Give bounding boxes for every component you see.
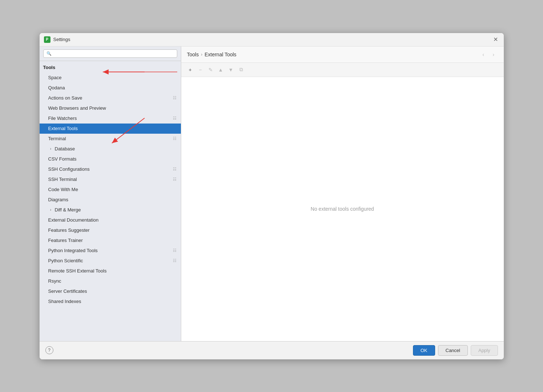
- sidebar-item-diff-merge[interactable]: ›Diff & Merge: [40, 205, 181, 215]
- toolbar-copy-button: ⧉: [236, 65, 246, 74]
- search-box: 🔍: [40, 47, 181, 61]
- settings-icon-python-scientific: ☷: [173, 258, 177, 263]
- sidebar-label-features-trainer: Features Trainer: [48, 238, 83, 243]
- toolbar-move-down-button: ▼: [226, 65, 236, 74]
- settings-icon-ssh-configurations: ☷: [173, 167, 177, 171]
- sidebar-label-ssh-terminal: SSH Terminal: [48, 177, 77, 182]
- nav-back-button[interactable]: ‹: [479, 50, 488, 59]
- sidebar-item-server-certificates[interactable]: Server Certificates: [40, 286, 181, 296]
- settings-icon-terminal: ☷: [173, 136, 177, 141]
- search-input[interactable]: 🔍: [43, 49, 177, 58]
- sidebar-item-shared-indexes[interactable]: Shared Indexes: [40, 296, 181, 307]
- sidebar-label-remote-ssh-external-tools: Remote SSH External Tools: [48, 268, 107, 274]
- toolbar-move-up-button: ▲: [216, 65, 226, 74]
- sidebar-item-qodana[interactable]: Qodana: [40, 83, 181, 93]
- breadcrumb: Tools › External Tools: [187, 52, 236, 57]
- sidebar-label-shared-indexes: Shared Indexes: [48, 299, 81, 304]
- sidebar-label-tools-header: Tools: [43, 65, 56, 70]
- ok-button[interactable]: OK: [413, 345, 435, 356]
- sidebar-label-python-integrated-tools: Python Integrated Tools: [48, 248, 98, 253]
- sidebar-label-file-watchers: File Watchers: [48, 116, 77, 121]
- expand-icon-database: ›: [48, 146, 53, 151]
- sidebar-label-server-certificates: Server Certificates: [48, 288, 87, 294]
- settings-icon-file-watchers: ☷: [173, 116, 177, 121]
- breadcrumb-current: External Tools: [204, 52, 236, 57]
- close-button[interactable]: ✕: [492, 36, 499, 43]
- apply-button[interactable]: Apply: [471, 345, 498, 356]
- cancel-button[interactable]: Cancel: [438, 345, 468, 356]
- sidebar-label-rsync: Rsync: [48, 278, 61, 284]
- sidebar-label-features-suggester: Features Suggester: [48, 227, 90, 233]
- toolbar-edit-button: ✎: [206, 65, 215, 74]
- toolbar-add-button[interactable]: +: [186, 65, 195, 74]
- sidebar-item-tools-header: Tools: [40, 62, 181, 73]
- sidebar-item-remote-ssh-external-tools[interactable]: Remote SSH External Tools: [40, 266, 181, 276]
- sidebar-item-actions-on-save[interactable]: Actions on Save☷: [40, 93, 181, 103]
- empty-message: No external tools configured: [311, 206, 374, 212]
- sidebar-item-diagrams[interactable]: Diagrams: [40, 195, 181, 205]
- breadcrumb-root: Tools: [187, 52, 199, 57]
- sidebar-label-web-browsers: Web Browsers and Preview: [48, 105, 106, 111]
- settings-icon-actions-on-save: ☷: [173, 96, 177, 100]
- sidebar-label-ssh-configurations: SSH Configurations: [48, 166, 90, 172]
- toolbar-remove-button: −: [196, 65, 205, 74]
- sidebar-label-database: Database: [55, 146, 75, 151]
- sidebar-label-csv-formats: CSV Formats: [48, 156, 77, 162]
- sidebar-label-external-documentation: External Documentation: [48, 217, 99, 223]
- sidebar-item-web-browsers[interactable]: Web Browsers and Preview: [40, 103, 181, 113]
- sidebar-item-space[interactable]: Space: [40, 73, 181, 83]
- sidebar-list: ToolsSpaceQodanaActions on Save☷Web Brow…: [40, 61, 181, 341]
- toolbar: +−✎▲▼⧉: [181, 63, 504, 77]
- settings-icon-python-integrated-tools: ☷: [173, 248, 177, 253]
- sidebar-item-ssh-terminal[interactable]: SSH Terminal☷: [40, 174, 181, 185]
- sidebar-label-space: Space: [48, 75, 62, 80]
- app-icon: P: [44, 36, 50, 43]
- sidebar-item-rsync[interactable]: Rsync: [40, 276, 181, 286]
- sidebar-label-diagrams: Diagrams: [48, 197, 69, 202]
- sidebar-item-terminal[interactable]: Terminal☷: [40, 134, 181, 144]
- sidebar-label-external-tools: External Tools: [48, 126, 78, 131]
- sidebar-item-database[interactable]: ›Database: [40, 144, 181, 154]
- sidebar-item-code-with-me[interactable]: Code With Me: [40, 185, 181, 195]
- sidebar-label-actions-on-save: Actions on Save: [48, 95, 82, 101]
- sidebar-item-python-scientific[interactable]: Python Scientific☷: [40, 256, 181, 266]
- sidebar-item-ssh-configurations[interactable]: SSH Configurations☷: [40, 164, 181, 174]
- sidebar-label-terminal: Terminal: [48, 136, 66, 141]
- settings-icon-ssh-terminal: ☷: [173, 177, 177, 182]
- search-icon: 🔍: [46, 51, 52, 56]
- sidebar-item-features-suggester[interactable]: Features Suggester: [40, 225, 181, 235]
- breadcrumb-separator: ›: [201, 52, 202, 57]
- window-title: Settings: [53, 37, 70, 42]
- sidebar-item-external-documentation[interactable]: External Documentation: [40, 215, 181, 225]
- sidebar-label-python-scientific: Python Scientific: [48, 258, 83, 263]
- sidebar-item-python-integrated-tools[interactable]: Python Integrated Tools☷: [40, 246, 181, 256]
- sidebar-item-file-watchers[interactable]: File Watchers☷: [40, 113, 181, 124]
- sidebar-label-qodana: Qodana: [48, 85, 65, 90]
- sidebar-label-code-with-me: Code With Me: [48, 187, 78, 192]
- sidebar-item-features-trainer[interactable]: Features Trainer: [40, 235, 181, 246]
- nav-forward-button[interactable]: ›: [489, 50, 498, 59]
- expand-icon-diff-merge: ›: [48, 207, 53, 213]
- sidebar-item-csv-formats[interactable]: CSV Formats: [40, 154, 181, 164]
- sidebar-label-diff-merge: Diff & Merge: [55, 207, 81, 213]
- help-button[interactable]: ?: [45, 346, 53, 354]
- sidebar-item-external-tools[interactable]: External Tools: [40, 124, 181, 134]
